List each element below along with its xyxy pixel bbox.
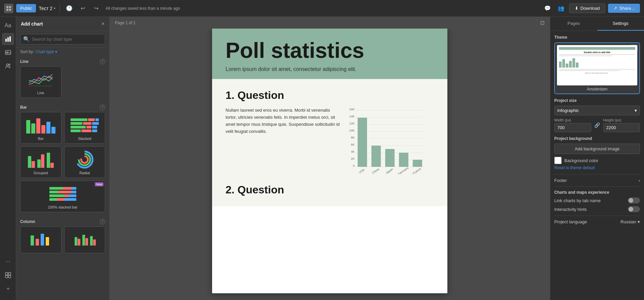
topbar: Public Тест 2 ▾ 🕐 ↩ ↪ All changes saved … bbox=[0, 0, 644, 17]
svg-rect-12 bbox=[8, 272, 11, 275]
chevron-down-icon: ▾ bbox=[638, 219, 640, 224]
column2-preview bbox=[70, 229, 100, 250]
visibility-button[interactable]: Public bbox=[16, 4, 36, 12]
footer-label[interactable]: Footer › bbox=[554, 178, 640, 183]
chart-item-radial[interactable]: Radial bbox=[64, 146, 106, 178]
height-label: Height (px) bbox=[603, 118, 640, 122]
main-area: Aa ··· ＋ Add chart × 🔍 bbox=[0, 17, 644, 300]
chevron-down-icon: ▾ bbox=[635, 108, 637, 113]
search-input[interactable] bbox=[32, 37, 102, 42]
chart-panel-close-button[interactable]: × bbox=[102, 21, 105, 27]
chart-item-stacked[interactable]: Stacked bbox=[64, 112, 106, 144]
chart-section-bar: Bar ? bbox=[20, 102, 105, 212]
canvas-scroll[interactable]: Poll statistics Lorem ipsum dolor sit am… bbox=[110, 29, 550, 300]
page-header-block: Poll statistics Lorem ipsum dolor sit am… bbox=[212, 29, 447, 79]
comments-button[interactable]: 💬 bbox=[542, 3, 553, 14]
svg-text:16K: 16K bbox=[349, 108, 355, 111]
link-icon: 🔗 bbox=[593, 121, 601, 129]
project-bg-label: Project background bbox=[554, 136, 640, 141]
share-button[interactable]: ↗ Share... bbox=[608, 4, 640, 13]
expand-button[interactable]: ⊡ bbox=[540, 20, 545, 26]
svg-text:6K: 6K bbox=[351, 143, 355, 146]
undo-button[interactable]: ↩ bbox=[77, 3, 88, 14]
add-bg-button[interactable]: Add background image bbox=[554, 144, 640, 154]
svg-rect-14 bbox=[8, 275, 11, 278]
stacked-chart-label: Stacked bbox=[78, 137, 91, 141]
svg-text:4K: 4K bbox=[351, 150, 355, 153]
bg-color-row: Background color bbox=[554, 157, 640, 164]
svg-rect-48 bbox=[371, 146, 381, 167]
lang-value[interactable]: Russian ▾ bbox=[620, 219, 640, 224]
height-group: Height (px) bbox=[603, 118, 640, 132]
svg-text:2K: 2K bbox=[351, 157, 355, 160]
chart-item-line[interactable]: Line bbox=[20, 66, 62, 98]
bar-info-icon[interactable]: ? bbox=[100, 105, 105, 110]
svg-text:8K: 8K bbox=[351, 136, 355, 139]
media-button[interactable] bbox=[2, 46, 14, 59]
bar-section-header: Bar ? bbox=[20, 102, 105, 112]
chart-panel-title: Add chart bbox=[21, 21, 43, 27]
svg-rect-49 bbox=[385, 149, 395, 167]
app-logo bbox=[4, 4, 13, 13]
people-button[interactable] bbox=[2, 60, 14, 72]
svg-rect-13 bbox=[5, 275, 8, 278]
svg-rect-47 bbox=[358, 118, 367, 167]
column-chart-grid bbox=[20, 226, 105, 253]
charts-maps-label: Charts and maps experience bbox=[554, 190, 640, 195]
svg-rect-24 bbox=[78, 239, 80, 246]
svg-rect-27 bbox=[90, 236, 93, 246]
interactivity-toggle[interactable] bbox=[628, 206, 640, 212]
tab-pages[interactable]: Pages bbox=[550, 17, 597, 31]
bg-color-swatch[interactable] bbox=[554, 157, 562, 164]
more-button[interactable]: ··· bbox=[2, 256, 14, 268]
size-dropdown[interactable]: Infographic ▾ bbox=[554, 106, 640, 115]
line-section-label: Line bbox=[20, 59, 29, 64]
chart-panel-header: Add chart × bbox=[16, 17, 109, 31]
chart-item-bar[interactable]: Bar bbox=[20, 112, 62, 144]
page-label: Page 1 of 1 bbox=[115, 21, 135, 25]
svg-text:France: France bbox=[412, 167, 422, 175]
question1-body: Nullam laoreet sed eros eu viverra. Morb… bbox=[226, 107, 340, 135]
chart-item-grouped[interactable]: Grouped bbox=[20, 146, 62, 178]
height-input[interactable] bbox=[603, 123, 640, 132]
line-info-icon[interactable]: ? bbox=[100, 59, 105, 64]
font-button[interactable]: Aa bbox=[2, 20, 14, 32]
column-info-icon[interactable]: ? bbox=[100, 219, 105, 224]
bar-chart-label: Bar bbox=[38, 137, 44, 141]
line-preview bbox=[26, 69, 56, 89]
svg-rect-6 bbox=[9, 36, 11, 42]
share-users-button[interactable]: 👥 bbox=[556, 3, 566, 14]
chart-item-column2[interactable] bbox=[64, 226, 106, 253]
svg-rect-20 bbox=[36, 239, 39, 246]
chart-item-100stacked[interactable]: New 100% stacked bar bbox=[20, 181, 105, 212]
add-button[interactable]: ＋ bbox=[2, 283, 14, 295]
download-icon: ⬇ bbox=[575, 6, 578, 11]
chart-list: Line ? Line bbox=[16, 56, 109, 300]
chart-search-inner: 🔍 bbox=[20, 34, 105, 44]
bar-section-label: Bar bbox=[20, 105, 27, 110]
width-input[interactable] bbox=[554, 123, 591, 132]
size-dropdown-value: Infographic bbox=[557, 108, 579, 113]
layout-button[interactable] bbox=[2, 269, 14, 281]
download-button[interactable]: ⬇ Download bbox=[569, 3, 606, 13]
svg-rect-0 bbox=[6, 6, 8, 8]
chart-item-column1[interactable] bbox=[20, 226, 62, 253]
100stacked-preview bbox=[48, 184, 78, 204]
svg-point-9 bbox=[6, 64, 8, 66]
charts-button[interactable] bbox=[2, 33, 14, 45]
history-button[interactable]: 🕐 bbox=[64, 3, 75, 14]
bar-preview bbox=[26, 115, 56, 135]
svg-rect-28 bbox=[93, 239, 96, 246]
tab-settings[interactable]: Settings bbox=[597, 17, 644, 31]
column-section-label: Column bbox=[20, 219, 35, 224]
sort-value[interactable]: Chart type ▾ bbox=[35, 49, 57, 54]
svg-rect-19 bbox=[31, 235, 34, 246]
project-name[interactable]: Тест 2 ▾ bbox=[39, 6, 55, 11]
svg-text:USA: USA bbox=[358, 168, 365, 175]
project-size-section: Project size Infographic ▾ Width (px) 🔗 … bbox=[554, 98, 640, 132]
stacked-preview bbox=[70, 115, 100, 135]
link-charts-toggle[interactable] bbox=[628, 197, 640, 203]
theme-card[interactable]: ✏ Double-click to add title bbox=[554, 42, 640, 94]
reset-theme-link[interactable]: Reset to theme default bbox=[554, 165, 640, 170]
redo-button[interactable]: ↪ bbox=[91, 3, 102, 14]
